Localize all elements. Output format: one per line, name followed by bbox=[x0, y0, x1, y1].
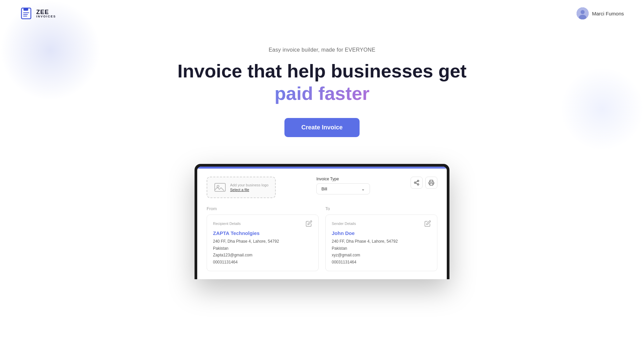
image-upload-icon bbox=[214, 181, 226, 193]
logo-upload-text: Add your business logo Select a file bbox=[230, 183, 268, 192]
recipient-card-title: Recipient Details bbox=[213, 222, 241, 226]
sender-country: Pakistan bbox=[332, 246, 347, 251]
invoice-type-label: Invoice Type bbox=[316, 177, 370, 181]
sender-address: 240 FF, Dha Phase 4, Lahore, 54792 bbox=[332, 239, 398, 244]
user-avatar bbox=[577, 7, 589, 19]
logo[interactable]: ZEE INVOICES bbox=[20, 7, 56, 20]
recipient-card: Recipient Details ZAPTA Technolgies 240 … bbox=[207, 215, 319, 271]
recipient-card-header: Recipient Details bbox=[213, 220, 312, 227]
invoice-type-value: Bill bbox=[321, 186, 327, 191]
logo-zee: ZEE bbox=[36, 9, 56, 15]
svg-line-14 bbox=[416, 181, 417, 182]
print-button[interactable] bbox=[425, 177, 437, 189]
printer-icon bbox=[428, 180, 434, 186]
invoice-actions bbox=[411, 177, 437, 189]
from-label: From bbox=[207, 206, 319, 211]
sender-email: xyz@gmail.com bbox=[332, 253, 360, 257]
recipient-company-name: ZAPTA Technolgies bbox=[213, 230, 312, 236]
logo-text: ZEE INVOICES bbox=[36, 9, 56, 18]
invoice-app: Add your business logo Select a file Inv… bbox=[197, 169, 447, 279]
recipient-address: 240 FF, Dha Phase 4, Lahore, 54792 bbox=[213, 239, 279, 244]
svg-rect-1 bbox=[23, 8, 28, 11]
sender-details-text: 240 FF, Dha Phase 4, Lahore, 54792 Pakis… bbox=[332, 238, 431, 265]
share-icon bbox=[414, 180, 420, 186]
sender-card: Sender Details John Doe 240 FF, Dha Phas… bbox=[325, 215, 437, 271]
logo-icon bbox=[20, 7, 34, 20]
invoice-header-row: Add your business logo Select a file Inv… bbox=[207, 177, 437, 198]
hero-subtitle: Easy invoice builder, made for EVERYONE bbox=[7, 47, 637, 53]
recipient-country: Pakistan bbox=[213, 246, 228, 251]
sender-name: John Doe bbox=[332, 230, 431, 236]
svg-line-13 bbox=[416, 183, 417, 184]
invoice-type-section: Invoice Type Bill ⌄ bbox=[316, 177, 370, 194]
hero-section: Easy invoice builder, made for EVERYONE … bbox=[0, 27, 644, 150]
preview-container: Add your business logo Select a file Inv… bbox=[0, 164, 644, 279]
hero-title-line1: Invoice that help businesses get bbox=[177, 60, 467, 81]
recipient-email: Zapta123@gmail.com bbox=[213, 253, 253, 257]
navbar: ZEE INVOICES Marci Fumons bbox=[0, 0, 644, 27]
create-invoice-button[interactable]: Create Invoice bbox=[284, 118, 359, 137]
user-menu[interactable]: Marci Fumons bbox=[577, 7, 624, 19]
laptop-mockup: Add your business logo Select a file Inv… bbox=[195, 164, 449, 279]
recipient-edit-icon[interactable] bbox=[306, 220, 312, 227]
to-label: To bbox=[325, 206, 437, 211]
logo-upload-title: Add your business logo bbox=[230, 183, 268, 187]
invoice-type-select[interactable]: Bill ⌄ bbox=[316, 183, 370, 194]
laptop-screen: Add your business logo Select a file Inv… bbox=[197, 167, 447, 279]
svg-point-6 bbox=[581, 10, 585, 14]
user-name: Marci Fumons bbox=[592, 11, 624, 16]
svg-rect-15 bbox=[430, 183, 433, 185]
sender-edit-icon[interactable] bbox=[424, 220, 431, 227]
hero-title: Invoice that help businesses get paid fa… bbox=[7, 60, 637, 105]
recipient-phone: 00031131464 bbox=[213, 260, 237, 264]
to-section: To Sender Details John Doe bbox=[325, 206, 437, 271]
from-to-row: From Recipient Details ZAPTA Technolgies bbox=[207, 206, 437, 271]
chevron-down-icon: ⌄ bbox=[361, 186, 365, 191]
logo-invoices: INVOICES bbox=[36, 15, 56, 18]
logo-upload-area[interactable]: Add your business logo Select a file bbox=[207, 177, 276, 198]
sender-card-header: Sender Details bbox=[332, 220, 431, 227]
select-file-link[interactable]: Select a file bbox=[230, 188, 268, 192]
hero-title-line2: paid faster bbox=[274, 83, 369, 104]
from-section: From Recipient Details ZAPTA Technolgies bbox=[207, 206, 319, 271]
sender-card-title: Sender Details bbox=[332, 222, 356, 226]
recipient-details-text: 240 FF, Dha Phase 4, Lahore, 54792 Pakis… bbox=[213, 238, 312, 265]
share-button[interactable] bbox=[411, 177, 423, 189]
sender-phone: 00031131464 bbox=[332, 260, 356, 264]
